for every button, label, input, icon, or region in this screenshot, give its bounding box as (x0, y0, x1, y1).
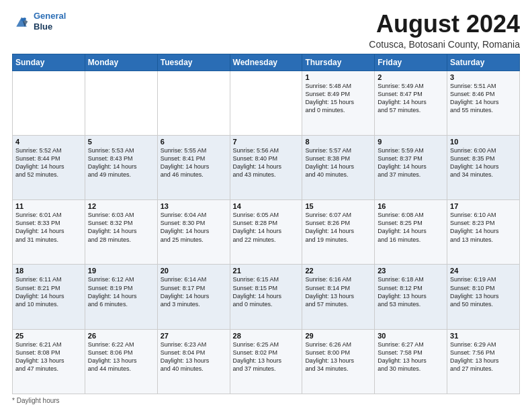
day-number: 11 (15, 202, 82, 210)
day-info: Sunrise: 6:19 AMSunset: 8:10 PMDaylight:… (450, 275, 517, 308)
calendar-body: 1Sunrise: 5:48 AMSunset: 8:49 PMDaylight… (13, 71, 520, 394)
calendar-cell: 17Sunrise: 6:10 AMSunset: 8:23 PMDayligh… (447, 200, 520, 265)
day-header-monday: Monday (85, 54, 157, 71)
page: General Blue August 2024 Cotusca, Botosa… (0, 0, 532, 411)
day-header-saturday: Saturday (447, 54, 520, 71)
calendar-cell: 7Sunrise: 5:56 AMSunset: 8:40 PMDaylight… (230, 135, 302, 199)
day-info: Sunrise: 5:55 AMSunset: 8:41 PMDaylight:… (161, 146, 227, 179)
week-row-2: 4Sunrise: 5:52 AMSunset: 8:44 PMDaylight… (13, 135, 520, 199)
calendar-cell (157, 71, 230, 135)
calendar-cell: 2Sunrise: 5:49 AMSunset: 8:47 PMDaylight… (375, 71, 447, 135)
day-number: 9 (378, 138, 444, 146)
calendar-cell: 31Sunrise: 6:29 AMSunset: 7:56 PMDayligh… (447, 329, 520, 394)
day-header-wednesday: Wednesday (230, 54, 302, 71)
day-info: Sunrise: 6:18 AMSunset: 8:12 PMDaylight:… (378, 275, 444, 308)
day-number: 5 (88, 138, 154, 146)
day-info: Sunrise: 5:57 AMSunset: 8:38 PMDaylight:… (305, 146, 371, 179)
day-number: 17 (450, 202, 517, 210)
calendar-cell: 26Sunrise: 6:22 AMSunset: 8:06 PMDayligh… (85, 329, 157, 394)
day-info: Sunrise: 6:05 AMSunset: 8:28 PMDaylight:… (233, 211, 300, 244)
footer-note: * Daylight hours (12, 397, 520, 404)
logo-text: General Blue (34, 11, 66, 32)
footer-text: Daylight hours (17, 397, 60, 404)
calendar-cell (230, 71, 302, 135)
calendar-cell: 16Sunrise: 6:08 AMSunset: 8:25 PMDayligh… (375, 200, 447, 265)
calendar-cell: 10Sunrise: 6:00 AMSunset: 8:35 PMDayligh… (447, 135, 520, 199)
day-header-tuesday: Tuesday (157, 54, 230, 71)
day-number: 6 (161, 138, 227, 146)
day-info: Sunrise: 6:15 AMSunset: 8:15 PMDaylight:… (233, 275, 300, 308)
days-of-week-row: SundayMondayTuesdayWednesdayThursdayFrid… (13, 54, 520, 71)
logo-icon (12, 12, 31, 31)
week-row-3: 11Sunrise: 6:01 AMSunset: 8:33 PMDayligh… (13, 200, 520, 265)
day-number: 20 (161, 267, 227, 275)
day-number: 24 (450, 267, 517, 275)
day-info: Sunrise: 6:08 AMSunset: 8:25 PMDaylight:… (378, 211, 444, 244)
calendar-cell: 11Sunrise: 6:01 AMSunset: 8:33 PMDayligh… (13, 200, 85, 265)
day-info: Sunrise: 6:11 AMSunset: 8:21 PMDaylight:… (15, 275, 82, 308)
day-number: 16 (378, 202, 444, 210)
calendar-cell: 14Sunrise: 6:05 AMSunset: 8:28 PMDayligh… (230, 200, 302, 265)
day-number: 26 (88, 332, 154, 340)
day-info: Sunrise: 5:51 AMSunset: 8:46 PMDaylight:… (450, 82, 517, 115)
calendar-cell: 25Sunrise: 6:21 AMSunset: 8:08 PMDayligh… (13, 329, 85, 394)
calendar-cell: 29Sunrise: 6:26 AMSunset: 8:00 PMDayligh… (302, 329, 375, 394)
calendar-cell: 8Sunrise: 5:57 AMSunset: 8:38 PMDaylight… (302, 135, 375, 199)
day-info: Sunrise: 6:16 AMSunset: 8:14 PMDaylight:… (305, 275, 371, 308)
day-info: Sunrise: 6:21 AMSunset: 8:08 PMDaylight:… (15, 340, 82, 373)
day-info: Sunrise: 6:03 AMSunset: 8:32 PMDaylight:… (88, 211, 154, 244)
calendar-cell: 18Sunrise: 6:11 AMSunset: 8:21 PMDayligh… (13, 265, 85, 329)
day-number: 3 (450, 73, 517, 81)
day-number: 10 (450, 138, 517, 146)
week-row-5: 25Sunrise: 6:21 AMSunset: 8:08 PMDayligh… (13, 329, 520, 394)
day-info: Sunrise: 6:22 AMSunset: 8:06 PMDaylight:… (88, 340, 154, 373)
day-info: Sunrise: 6:12 AMSunset: 8:19 PMDaylight:… (88, 275, 154, 308)
day-number: 31 (450, 332, 517, 340)
day-number: 28 (233, 332, 300, 340)
day-info: Sunrise: 5:56 AMSunset: 8:40 PMDaylight:… (233, 146, 300, 179)
calendar-cell: 30Sunrise: 6:27 AMSunset: 7:58 PMDayligh… (375, 329, 447, 394)
calendar-cell: 24Sunrise: 6:19 AMSunset: 8:10 PMDayligh… (447, 265, 520, 329)
calendar-cell: 19Sunrise: 6:12 AMSunset: 8:19 PMDayligh… (85, 265, 157, 329)
week-row-4: 18Sunrise: 6:11 AMSunset: 8:21 PMDayligh… (13, 265, 520, 329)
day-info: Sunrise: 6:10 AMSunset: 8:23 PMDaylight:… (450, 211, 517, 244)
calendar-cell: 22Sunrise: 6:16 AMSunset: 8:14 PMDayligh… (302, 265, 375, 329)
calendar-cell: 27Sunrise: 6:23 AMSunset: 8:04 PMDayligh… (157, 329, 230, 394)
day-info: Sunrise: 6:14 AMSunset: 8:17 PMDaylight:… (161, 275, 227, 308)
day-number: 2 (378, 73, 444, 81)
calendar-cell: 3Sunrise: 5:51 AMSunset: 8:46 PMDaylight… (447, 71, 520, 135)
day-number: 23 (378, 267, 444, 275)
day-number: 14 (233, 202, 300, 210)
calendar-cell: 23Sunrise: 6:18 AMSunset: 8:12 PMDayligh… (375, 265, 447, 329)
calendar-cell: 13Sunrise: 6:04 AMSunset: 8:30 PMDayligh… (157, 200, 230, 265)
day-number: 13 (161, 202, 227, 210)
day-number: 19 (88, 267, 154, 275)
day-number: 12 (88, 202, 154, 210)
day-info: Sunrise: 6:23 AMSunset: 8:04 PMDaylight:… (161, 340, 227, 373)
day-info: Sunrise: 5:49 AMSunset: 8:47 PMDaylight:… (378, 82, 444, 115)
day-info: Sunrise: 6:25 AMSunset: 8:02 PMDaylight:… (233, 340, 300, 373)
day-number: 15 (305, 202, 371, 210)
calendar-cell (85, 71, 157, 135)
calendar-cell: 1Sunrise: 5:48 AMSunset: 8:49 PMDaylight… (302, 71, 375, 135)
calendar-header: SundayMondayTuesdayWednesdayThursdayFrid… (13, 54, 520, 71)
calendar-cell (13, 71, 85, 135)
calendar-cell: 28Sunrise: 6:25 AMSunset: 8:02 PMDayligh… (230, 329, 302, 394)
day-number: 30 (378, 332, 444, 340)
calendar-subtitle: Cotusca, Botosani County, Romania (369, 39, 520, 50)
day-info: Sunrise: 6:04 AMSunset: 8:30 PMDaylight:… (161, 211, 227, 244)
day-number: 1 (305, 73, 371, 81)
calendar-cell: 20Sunrise: 6:14 AMSunset: 8:17 PMDayligh… (157, 265, 230, 329)
logo-general: General (34, 11, 66, 21)
logo-blue: Blue (34, 21, 66, 32)
day-info: Sunrise: 6:00 AMSunset: 8:35 PMDaylight:… (450, 146, 517, 179)
day-info: Sunrise: 6:01 AMSunset: 8:33 PMDaylight:… (15, 211, 82, 244)
calendar-table: SundayMondayTuesdayWednesdayThursdayFrid… (12, 54, 520, 394)
logo: General Blue (12, 11, 66, 32)
day-number: 27 (161, 332, 227, 340)
day-info: Sunrise: 6:07 AMSunset: 8:26 PMDaylight:… (305, 211, 371, 244)
day-info: Sunrise: 5:53 AMSunset: 8:43 PMDaylight:… (88, 146, 154, 179)
day-header-friday: Friday (375, 54, 447, 71)
day-number: 25 (15, 332, 82, 340)
day-info: Sunrise: 5:48 AMSunset: 8:49 PMDaylight:… (305, 82, 371, 115)
